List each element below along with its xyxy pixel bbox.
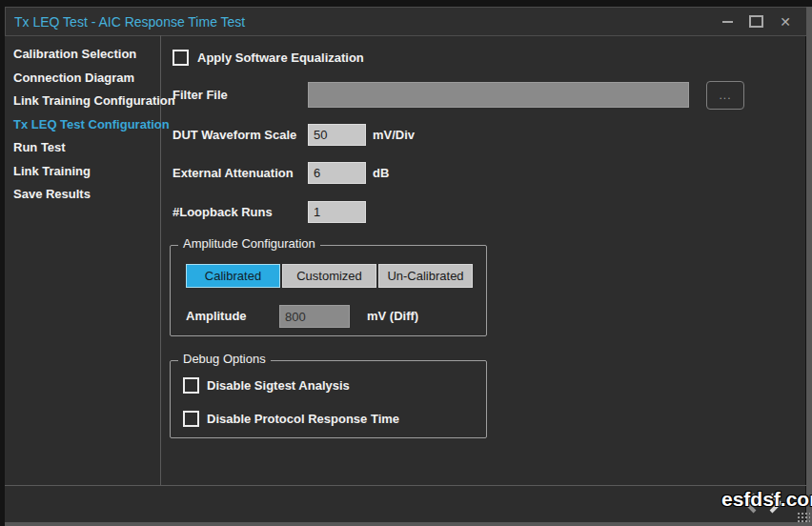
previous-page-button[interactable]	[739, 492, 761, 515]
debug-options-group: Debug Options Disable Sigtest Analysis D…	[170, 360, 487, 438]
external-attenuation-label: External Attenuation	[173, 162, 294, 184]
close-button[interactable]: ✕	[780, 14, 791, 30]
window-edge-right	[806, 7, 812, 526]
disable-protocol-response-time-label: Disable Protocol Response Time	[207, 412, 399, 426]
amplitude-label: Amplitude	[186, 305, 247, 328]
amplitude-configuration-title: Amplitude Configuration	[178, 236, 320, 251]
resize-grip[interactable]	[796, 511, 810, 522]
maximize-button[interactable]	[749, 14, 763, 30]
disable-protocol-response-time-checkbox[interactable]	[183, 411, 199, 427]
apply-software-equalization-checkbox[interactable]	[173, 50, 189, 66]
dut-waveform-scale-label: DUT Waveform Scale	[173, 124, 296, 146]
next-page-button[interactable]	[764, 492, 787, 515]
amplitude-unit: mV (Diff)	[367, 305, 418, 328]
sidebar-item-calibration-selection[interactable]: Calibration Selection	[5, 43, 159, 67]
external-attenuation-unit: dB	[373, 162, 389, 184]
sidebar-item-tx-leq-test-configuration[interactable]: Tx LEQ Test Configuration	[5, 113, 159, 137]
sidebar-item-save-results[interactable]: Save Results	[5, 183, 159, 207]
sidebar: Calibration Selection Connection Diagram…	[5, 35, 159, 207]
disable-sigtest-analysis-row: Disable Sigtest Analysis	[183, 377, 350, 393]
loopback-runs-label: #Loopback Runs	[173, 201, 273, 223]
chevron-left-icon	[742, 493, 758, 514]
amplitude-input[interactable]	[279, 305, 350, 328]
apply-software-equalization-row: Apply Software Equalization	[173, 50, 364, 66]
disable-protocol-response-time-row: Disable Protocol Response Time	[183, 411, 399, 426]
minimize-icon	[722, 21, 733, 23]
loopback-runs-input[interactable]	[308, 201, 366, 223]
un-calibrated-button[interactable]: Un-Calibrated	[378, 264, 473, 288]
window-title: Tx LEQ Test - AIC Response Time Test	[6, 14, 245, 30]
footer-divider	[5, 485, 806, 486]
browse-button[interactable]: ...	[706, 81, 744, 110]
debug-options-title: Debug Options	[178, 352, 271, 366]
dut-waveform-scale-unit: mV/Div	[373, 124, 415, 146]
minimize-button[interactable]	[722, 14, 733, 30]
customized-button[interactable]: Customized	[282, 264, 376, 288]
apply-software-equalization-label: Apply Software Equalization	[197, 51, 364, 65]
calibrated-button[interactable]: Calibrated	[186, 264, 280, 288]
sidebar-item-link-training-configuration[interactable]: Link Training Configuration	[5, 90, 159, 113]
disable-sigtest-analysis-checkbox[interactable]	[183, 377, 199, 394]
filter-file-input[interactable]	[308, 82, 689, 108]
sidebar-item-run-test[interactable]: Run Test	[5, 136, 159, 160]
disable-sigtest-analysis-label: Disable Sigtest Analysis	[207, 378, 350, 393]
amplitude-configuration-group: Amplitude Configuration Calibrated Custo…	[170, 245, 487, 336]
chevron-right-icon	[768, 493, 783, 514]
title-bar: Tx LEQ Test - AIC Response Time Test ✕	[5, 7, 807, 36]
amplitude-mode-segmented-control: Calibrated Customized Un-Calibrated	[186, 264, 473, 288]
filter-file-label: Filter File	[173, 82, 228, 108]
sidebar-item-connection-diagram[interactable]: Connection Diagram	[5, 67, 159, 91]
maximize-icon	[749, 15, 763, 28]
window-edge-bottom	[5, 522, 812, 526]
dut-waveform-scale-input[interactable]	[308, 124, 366, 146]
external-attenuation-input[interactable]	[308, 162, 366, 184]
window-controls: ✕	[722, 14, 806, 30]
sidebar-item-link-training[interactable]: Link Training	[5, 160, 159, 184]
